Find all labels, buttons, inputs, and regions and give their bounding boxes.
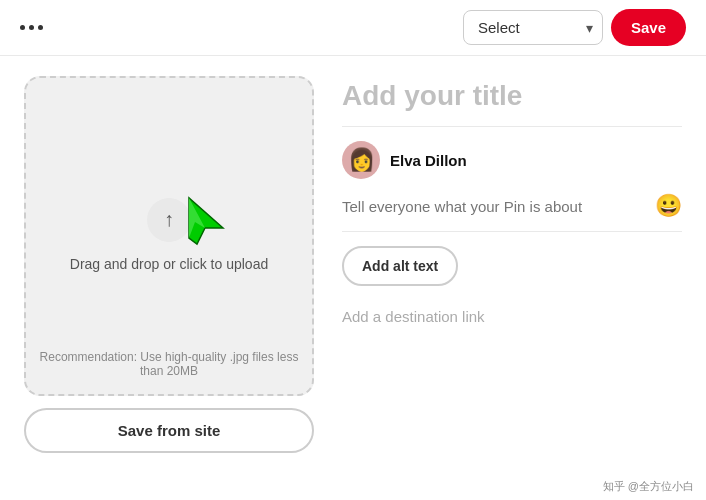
right-panel: Add your title 👩 Elva Dillon 😀 Add alt t… bbox=[342, 76, 682, 480]
description-input[interactable] bbox=[342, 198, 645, 215]
more-options-menu[interactable] bbox=[20, 25, 43, 30]
upload-area[interactable]: ↑ Drag and drop or click to upload Recom… bbox=[24, 76, 314, 396]
upload-panel: ↑ Drag and drop or click to upload Recom… bbox=[24, 76, 314, 480]
recommendation-text: Recommendation: Use high-quality .jpg fi… bbox=[26, 350, 312, 378]
user-row: 👩 Elva Dillon bbox=[342, 141, 682, 179]
watermark: 知乎 @全方位小白 bbox=[603, 479, 694, 494]
main-content: ↑ Drag and drop or click to upload Recom… bbox=[0, 56, 706, 500]
top-right-actions: Select Board 1 Board 2 Save bbox=[463, 9, 686, 46]
top-bar: Select Board 1 Board 2 Save bbox=[0, 0, 706, 56]
emoji-picker-icon[interactable]: 😀 bbox=[655, 193, 682, 219]
destination-link-label[interactable]: Add a destination link bbox=[342, 308, 682, 325]
add-alt-text-button[interactable]: Add alt text bbox=[342, 246, 458, 286]
dot-2 bbox=[29, 25, 34, 30]
user-name: Elva Dillon bbox=[390, 152, 467, 169]
svg-marker-1 bbox=[189, 198, 205, 238]
save-button[interactable]: Save bbox=[611, 9, 686, 46]
upload-arrow-icon: ↑ bbox=[164, 208, 174, 231]
upload-text: Drag and drop or click to upload bbox=[70, 254, 268, 275]
pin-title-placeholder[interactable]: Add your title bbox=[342, 80, 682, 127]
dot-3 bbox=[38, 25, 43, 30]
svg-marker-0 bbox=[189, 198, 223, 244]
dot-1 bbox=[20, 25, 25, 30]
board-select-wrapper: Select Board 1 Board 2 bbox=[463, 10, 603, 45]
avatar: 👩 bbox=[342, 141, 380, 179]
upload-icon-circle: ↑ bbox=[147, 198, 191, 242]
save-from-site-button[interactable]: Save from site bbox=[24, 408, 314, 453]
avatar-emoji: 👩 bbox=[348, 147, 375, 173]
board-select[interactable]: Select Board 1 Board 2 bbox=[463, 10, 603, 45]
description-row: 😀 bbox=[342, 193, 682, 232]
